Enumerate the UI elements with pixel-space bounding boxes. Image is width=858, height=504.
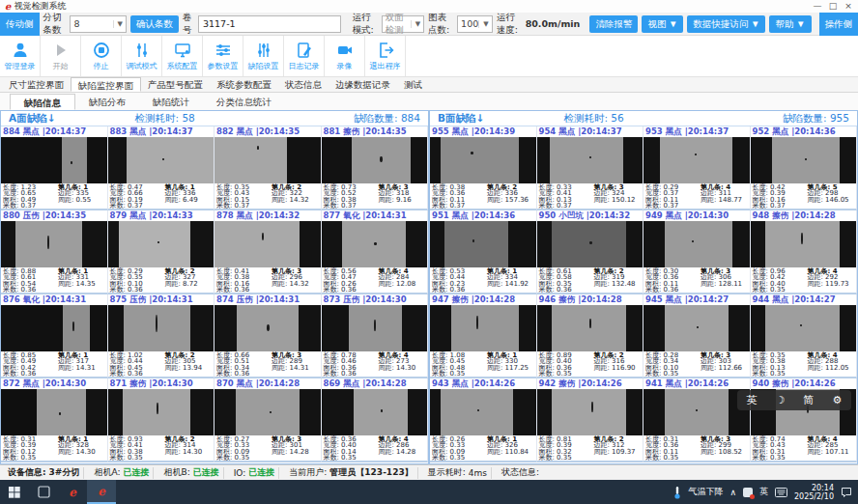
system-config-button[interactable]: 系统配置: [162, 36, 203, 76]
meta-value: 0.35: [557, 454, 572, 462]
stop-button[interactable]: 停止: [81, 36, 122, 76]
defect-cell[interactable]: 873 压伤 |20:14:30长度: 0.78宽度: 0.46面积: 0.36…: [322, 294, 429, 378]
meta-line: 米数: 0.35: [753, 287, 808, 293]
defect-cell[interactable]: 954 黑点 |20:14:37长度: 0.33宽度: 0.41面积: 0.13…: [537, 126, 644, 210]
defect-type: 擦伤: [772, 210, 791, 220]
defect-id: 878: [216, 210, 237, 220]
defect-mark: [162, 158, 164, 160]
defect-cell[interactable]: 883 黑点 |20:14:37长度: 0.47宽度: 0.66面积: 0.19…: [108, 126, 215, 210]
defect-cell[interactable]: 884 黑点 |20:14:37长度: 1.23宽度: 0.65面积: 0.49…: [1, 126, 108, 210]
action-center-icon[interactable]: [841, 487, 852, 498]
defect-cell[interactable]: 955 黑点 |20:14:39长度: 0.38宽度: 0.36面积: 0.11…: [430, 126, 537, 210]
defect-cell[interactable]: 872 黑点 |20:14:30长度: 0.31宽度: 0.39面积: 0.12…: [1, 378, 108, 462]
defect-cell[interactable]: 876 氧化 |20:14:31长度: 0.85宽度: 0.49面积: 0.42…: [1, 294, 108, 378]
running-app-button[interactable]: e: [87, 480, 116, 504]
defect-cell[interactable]: 944 黑点 |20:14:27长度: 0.35宽度: 0.38面积: 0.13…: [751, 294, 858, 378]
start-button[interactable]: 开始: [41, 36, 81, 76]
moon-icon[interactable]: ☽: [776, 394, 786, 406]
defect-cell[interactable]: 943 黑点 |20:14:26长度: 0.26宽度: 0.33面积: 0.09…: [430, 378, 537, 462]
ime-indicator[interactable]: 英: [759, 486, 768, 498]
clear-alarm-button[interactable]: 清除报警: [589, 15, 638, 33]
close-button[interactable]: ×: [841, 0, 856, 13]
subtab-defect-statistics[interactable]: 缺陷统计: [139, 94, 203, 110]
defect-cell-header: 881 擦伤 |20:14:35: [322, 126, 428, 137]
subtab-defect-distribution[interactable]: 缺陷分布: [75, 94, 139, 110]
exit-program-button[interactable]: 退出程序: [365, 36, 406, 76]
tab-product-model-config[interactable]: 产品型号配置: [141, 77, 210, 92]
split-count-select[interactable]: 8▼: [70, 15, 126, 33]
notification-dot-icon[interactable]: [743, 488, 753, 497]
keyboard-icon[interactable]: [775, 488, 787, 497]
defect-cell[interactable]: 878 黑点 |20:14:32长度: 0.41宽度: 0.38面积: 0.16…: [214, 210, 322, 294]
defect-settings-button[interactable]: 缺陷设置: [243, 36, 284, 76]
defect-cell[interactable]: 877 氧化 |20:14:31长度: 0.56宽度: 0.47面积: 0.26…: [322, 210, 429, 294]
defect-cell[interactable]: 942 擦伤 |20:14:26长度: 0.81宽度: 0.39面积: 0.32…: [537, 378, 644, 462]
tab-defect-monitor[interactable]: 缺陷监控界面: [71, 77, 141, 92]
subtab-defect-info[interactable]: 缺陷信息: [10, 94, 75, 110]
weather-text[interactable]: 气温下降: [688, 486, 723, 498]
parameter-settings-button[interactable]: 参数设置: [203, 36, 243, 76]
defect-cell[interactable]: 874 压伤 |20:14:31长度: 0.66宽度: 0.51面积: 0.34…: [214, 294, 322, 378]
admin-login-button[interactable]: 管理登录: [0, 36, 41, 76]
defect-cell[interactable]: 879 黑点 |20:14:33长度: 0.29宽度: 0.35面积: 0.10…: [108, 210, 215, 294]
maximize-button[interactable]: □: [825, 0, 841, 13]
defect-cell[interactable]: 875 压伤 |20:14:31长度: 1.02宽度: 0.44面积: 0.45…: [108, 294, 215, 378]
meta-line: 米数: 0.37: [3, 203, 58, 209]
view-menu-button[interactable]: 视图 ▼: [642, 15, 683, 33]
defect-cell[interactable]: 870 黑点 |20:14:28长度: 0.27宽度: 0.33面积: 0.09…: [214, 378, 322, 462]
meta-line: 米数: 0.36: [110, 371, 165, 377]
defect-cell[interactable]: 949 黑点 |20:14:30长度: 0.30宽度: 0.36面积: 0.11…: [644, 210, 751, 294]
log-record-button[interactable]: 日志记录: [284, 36, 325, 76]
meta-label: 周距:: [272, 448, 290, 456]
defect-cell[interactable]: 869 黑点 |20:14:28长度: 0.36宽度: 0.40面积: 0.14…: [322, 378, 429, 462]
meta-value: 0.35: [557, 370, 572, 378]
data-quick-access-button[interactable]: 数据快捷访问 ▼: [687, 15, 765, 33]
gear-icon[interactable]: ⚙: [833, 394, 843, 406]
defect-cell[interactable]: 952 黑点 |20:14:36长度: 0.42宽度: 0.39面积: 0.16…: [751, 126, 858, 210]
ime-english-label[interactable]: 英: [747, 393, 758, 407]
chart-points-select[interactable]: 100▼: [457, 15, 493, 33]
defect-meta: 长度: 0.41宽度: 0.38面积: 0.16米数: 0.36第几条: 3边距…: [214, 267, 321, 293]
pinned-app-button[interactable]: e: [58, 480, 87, 504]
defect-cell[interactable]: 950 小凹坑 |20:14:32长度: 0.61宽度: 0.58面积: 0.3…: [537, 210, 644, 294]
drive-side-button[interactable]: 传动侧: [0, 13, 40, 36]
operator-side-button[interactable]: 操作侧: [819, 13, 858, 36]
video-record-button[interactable]: 录像: [325, 36, 365, 76]
current-user-value: 管理员【123-123】: [329, 466, 413, 479]
meta-line: 米数: 0.35: [645, 455, 701, 461]
minimize-button[interactable]: —: [810, 0, 825, 13]
meta-line: 周距: 13.94: [164, 365, 212, 371]
confirm-count-button[interactable]: 确认条数: [130, 15, 179, 33]
defect-cell[interactable]: 882 黑点 |20:14:35长度: 0.35宽度: 0.43面积: 0.15…: [214, 126, 322, 210]
defect-cell[interactable]: 880 压伤 |20:14:35长度: 0.88宽度: 0.61面积: 0.54…: [1, 210, 108, 294]
help-menu-button[interactable]: 帮助 ▼: [769, 15, 811, 33]
tab-size-monitor[interactable]: 尺寸监控界面: [2, 77, 71, 92]
subtab-class-info-statistics[interactable]: 分类信息统计: [203, 94, 285, 110]
ime-simplified-label[interactable]: 简: [804, 393, 815, 407]
run-mode-select[interactable]: 双面检测▼: [382, 15, 425, 33]
roll-number-input[interactable]: 3117-1: [198, 15, 341, 33]
defect-cell-header: 878 黑点 |20:14:32: [214, 210, 321, 221]
defect-cell[interactable]: 948 擦伤 |20:14:28长度: 0.96宽度: 0.42面积: 0.40…: [751, 210, 858, 294]
defect-cell[interactable]: 941 黑点 |20:14:26长度: 0.31宽度: 0.36面积: 0.11…: [644, 378, 751, 462]
debug-mode-button[interactable]: 调试模式: [122, 36, 162, 76]
tab-status-info[interactable]: 状态信息: [278, 77, 329, 92]
defect-cell[interactable]: 953 黑点 |20:14:37长度: 0.29宽度: 0.37面积: 0.11…: [644, 126, 751, 210]
task-view-button[interactable]: [29, 480, 58, 504]
defect-id: 873: [324, 294, 344, 304]
defect-cell[interactable]: 871 擦伤 |20:14:30长度: 0.93宽度: 0.41面积: 0.38…: [108, 378, 215, 462]
defect-cell[interactable]: 947 擦伤 |20:14:28长度: 1.08宽度: 0.45面积: 0.48…: [430, 294, 537, 378]
tab-system-param-config[interactable]: 系统参数配置: [210, 77, 278, 92]
clock[interactable]: 20:14 2025/2/10: [794, 484, 834, 501]
defect-cell[interactable]: 881 擦伤 |20:14:35长度: 0.73宽度: 0.52面积: 0.38…: [322, 126, 429, 210]
thermometer-icon[interactable]: [673, 486, 681, 499]
tab-test[interactable]: 测试: [397, 77, 429, 92]
tray-expand-caret[interactable]: ∧: [729, 488, 736, 497]
start-button[interactable]: [0, 480, 29, 504]
defect-cell[interactable]: 951 黑点 |20:14:36长度: 0.53宽度: 0.44面积: 0.23…: [430, 210, 537, 294]
defect-cell[interactable]: 946 擦伤 |20:14:28长度: 0.89宽度: 0.40面积: 0.36…: [537, 294, 644, 378]
defect-cell[interactable]: 945 黑点 |20:14:27长度: 0.28宽度: 0.34面积: 0.10…: [644, 294, 751, 378]
tab-edge-data-record[interactable]: 边缘数据记录: [329, 77, 397, 92]
meta-line: 周距: 112.66: [701, 365, 748, 371]
ime-toolbar-overlay[interactable]: 英 ☽ 简 ⚙: [737, 390, 851, 410]
